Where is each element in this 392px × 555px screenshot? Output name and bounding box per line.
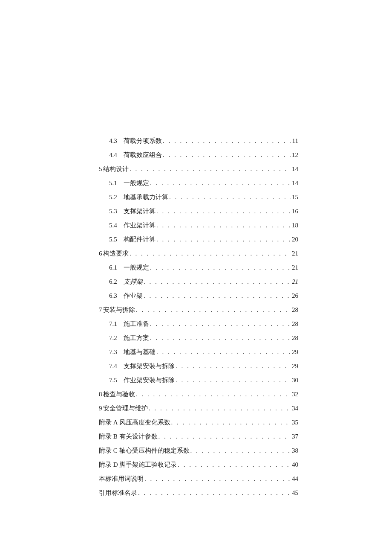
toc-entry: 附录 A 风压高度变化系数. . . . . . . . . . . . . .… bbox=[99, 418, 298, 427]
toc-entry-leader: . . . . . . . . . . . . . . . . . . . . … bbox=[168, 193, 291, 202]
toc-entry-leader: . . . . . . . . . . . . . . . . . . . . … bbox=[149, 334, 291, 343]
toc-entry-leader: . . . . . . . . . . . . . . . . . . . . … bbox=[162, 137, 291, 145]
toc-entry: 7.4 支撑架安装与拆除. . . . . . . . . . . . . . … bbox=[109, 362, 298, 371]
toc-entry-leader: . . . . . . . . . . . . . . . . . . . . … bbox=[135, 390, 291, 399]
toc-entry-label: 地基与基础 bbox=[124, 348, 156, 357]
toc-entry-label: 支撑架安装与拆除 bbox=[124, 362, 175, 371]
toc-entry-page: 44 bbox=[291, 474, 298, 483]
toc-entry-label: 安装与拆除 bbox=[103, 305, 135, 314]
toc-entry-label: 作业架 bbox=[124, 291, 143, 300]
toc-entry-label: 引用标准名录 bbox=[99, 488, 137, 497]
toc-entry: 6.2 支撑架. . . . . . . . . . . . . . . . .… bbox=[109, 277, 298, 286]
toc-entry-label: 作业架计算 bbox=[124, 221, 156, 230]
toc-entry-number: 5.5 bbox=[109, 235, 124, 244]
toc-entry-label: 支撑架 bbox=[124, 277, 143, 286]
toc-entry-leader: . . . . . . . . . . . . . . . . . . . . … bbox=[144, 474, 291, 483]
toc-page: 4.3 荷载分项系数. . . . . . . . . . . . . . . … bbox=[0, 0, 392, 497]
toc-entry: 本标准用词说明. . . . . . . . . . . . . . . . .… bbox=[99, 474, 298, 483]
toc-entry-label: 荷载效应组合 bbox=[124, 151, 162, 160]
toc-entry-label: 荷载分项系数 bbox=[124, 137, 162, 145]
toc-entry-page: 28 bbox=[291, 334, 298, 343]
toc-entry-leader: . . . . . . . . . . . . . . . . . . . . … bbox=[149, 179, 291, 188]
toc-entry-number: 9 bbox=[99, 404, 103, 413]
toc-entry-page: 14 bbox=[291, 179, 298, 188]
toc-entry-page: 45 bbox=[291, 488, 298, 497]
toc-entry-label: 施工准备 bbox=[124, 320, 149, 328]
toc-entry: 5结构设计. . . . . . . . . . . . . . . . . .… bbox=[99, 165, 298, 174]
toc-entry-page: 21 bbox=[291, 249, 298, 258]
toc-entry-page: 20 bbox=[291, 235, 298, 244]
toc-entry-leader: . . . . . . . . . . . . . . . . . . . . … bbox=[135, 305, 291, 314]
toc-entry: 5.3 支撑架计算. . . . . . . . . . . . . . . .… bbox=[109, 207, 298, 216]
toc-entry-page: 26 bbox=[291, 291, 298, 300]
toc-entry-number: 7.2 bbox=[109, 334, 124, 343]
toc-entry: 附录 B 有关设计参数. . . . . . . . . . . . . . .… bbox=[99, 432, 298, 441]
toc-entry-page: 16 bbox=[291, 207, 298, 216]
toc-entry-page: 18 bbox=[291, 221, 298, 230]
toc-entry-label: 地基承载力计算 bbox=[124, 193, 168, 202]
toc-entry-number: 6.2 bbox=[109, 277, 124, 286]
toc-entry-number: 7.5 bbox=[109, 376, 124, 385]
toc-entry: 5.2地基承载力计算. . . . . . . . . . . . . . . … bbox=[109, 193, 298, 202]
toc-entry-label: 附录 B 有关设计参数 bbox=[99, 432, 158, 441]
toc-entry: 8检查与验收. . . . . . . . . . . . . . . . . … bbox=[99, 390, 298, 399]
toc-entry: 6.1 一般规定. . . . . . . . . . . . . . . . … bbox=[109, 263, 298, 272]
toc-entry: 7.2 施工方案. . . . . . . . . . . . . . . . … bbox=[109, 334, 298, 343]
toc-entry-leader: . . . . . . . . . . . . . . . . . . . . … bbox=[177, 460, 291, 469]
toc-entry-leader: . . . . . . . . . . . . . . . . . . . . … bbox=[143, 277, 291, 286]
toc-entry-leader: . . . . . . . . . . . . . . . . . . . . … bbox=[190, 446, 291, 455]
toc-entry-page: 28 bbox=[291, 305, 298, 314]
toc-entry: 4.4 荷载效应组合. . . . . . . . . . . . . . . … bbox=[109, 151, 298, 160]
toc-entry-leader: . . . . . . . . . . . . . . . . . . . . … bbox=[129, 249, 291, 258]
toc-entry-leader: . . . . . . . . . . . . . . . . . . . . … bbox=[148, 404, 291, 413]
toc-entry: 7.1 施工准备. . . . . . . . . . . . . . . . … bbox=[109, 320, 298, 328]
toc-entry-page: 11 bbox=[291, 137, 298, 145]
toc-entry-label: 一般规定 bbox=[124, 179, 149, 188]
toc-entry-number: 7.3 bbox=[109, 348, 124, 357]
toc-entry-leader: . . . . . . . . . . . . . . . . . . . . … bbox=[149, 320, 291, 328]
toc-entry-label: 检查与验收 bbox=[103, 390, 135, 399]
toc-entry: 附录 D 脚手架施工验收记录. . . . . . . . . . . . . … bbox=[99, 460, 298, 469]
toc-entry-label: 附录 C 轴心受压构件的稳定系数 bbox=[99, 446, 190, 455]
toc-entry-page: 37 bbox=[291, 432, 298, 441]
toc-entry: 6.3 作业架. . . . . . . . . . . . . . . . .… bbox=[109, 291, 298, 300]
toc-entry: 4.3 荷载分项系数. . . . . . . . . . . . . . . … bbox=[109, 137, 298, 145]
toc-entry-label: 支撑架计算 bbox=[124, 207, 156, 216]
toc-entry-label: 施工方案 bbox=[124, 334, 149, 343]
toc-entry-number: 6.3 bbox=[109, 291, 124, 300]
toc-entry-label: 构造要求 bbox=[103, 249, 129, 258]
toc-entry-leader: . . . . . . . . . . . . . . . . . . . . … bbox=[156, 348, 291, 357]
toc-entry-number: 8 bbox=[99, 390, 103, 399]
toc-entry-page: 28 bbox=[291, 320, 298, 328]
toc-entry: 9安全管理与维护. . . . . . . . . . . . . . . . … bbox=[99, 404, 298, 413]
toc-entry-page: 14 bbox=[291, 165, 298, 174]
toc-entry-leader: . . . . . . . . . . . . . . . . . . . . … bbox=[175, 376, 291, 385]
toc-entry-number: 4.3 bbox=[109, 137, 124, 145]
toc-entry-leader: . . . . . . . . . . . . . . . . . . . . … bbox=[137, 488, 291, 497]
toc-entry-leader: . . . . . . . . . . . . . . . . . . . . … bbox=[156, 207, 291, 216]
toc-entry-page: 15 bbox=[291, 193, 298, 202]
toc-entry-number: 6.1 bbox=[109, 263, 124, 272]
toc-entry-leader: . . . . . . . . . . . . . . . . . . . . … bbox=[129, 165, 291, 174]
toc-entry-page: 21 bbox=[291, 263, 298, 272]
toc-entry-page: 32 bbox=[291, 390, 298, 399]
toc-entry: 引用标准名录. . . . . . . . . . . . . . . . . … bbox=[99, 488, 298, 497]
toc-entry-label: 结构设计 bbox=[103, 165, 129, 174]
toc-entry-number: 6 bbox=[99, 249, 103, 258]
toc-entry-number: 7.1 bbox=[109, 320, 124, 328]
toc-entry-number: 5.2 bbox=[109, 193, 124, 202]
toc-entry-page: 38 bbox=[291, 446, 298, 455]
toc-entry: 6构造要求. . . . . . . . . . . . . . . . . .… bbox=[99, 249, 298, 258]
toc-entry-number: 5 bbox=[99, 165, 103, 174]
toc-entry-leader: . . . . . . . . . . . . . . . . . . . . … bbox=[158, 432, 291, 441]
toc-entry-leader: . . . . . . . . . . . . . . . . . . . . … bbox=[175, 362, 291, 371]
toc-entry-leader: . . . . . . . . . . . . . . . . . . . . … bbox=[149, 263, 291, 272]
toc-entry-number: 4.4 bbox=[109, 151, 124, 160]
toc-entry-page: 35 bbox=[291, 418, 298, 427]
toc-entry-page: 40 bbox=[291, 460, 298, 469]
toc-entry-page: 34 bbox=[291, 404, 298, 413]
toc-entry-number: 5.4 bbox=[109, 221, 124, 230]
toc-entry-leader: . . . . . . . . . . . . . . . . . . . . … bbox=[170, 418, 291, 427]
toc-entry-leader: . . . . . . . . . . . . . . . . . . . . … bbox=[156, 221, 291, 230]
toc-entry-label: 安全管理与维护 bbox=[103, 404, 148, 413]
